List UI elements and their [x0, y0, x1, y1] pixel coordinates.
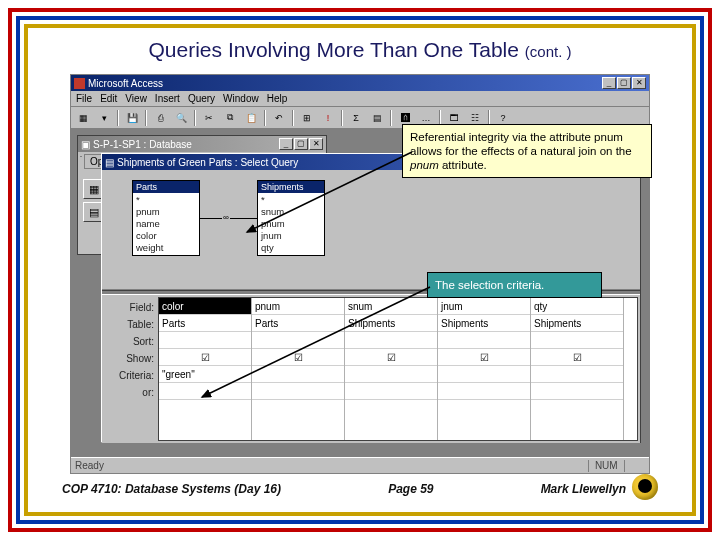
parts-field[interactable]: color — [136, 230, 196, 242]
query-title: Shipments of Green Parts : Select Query — [117, 157, 298, 168]
qbe-table-cell[interactable]: Shipments — [531, 315, 623, 332]
callout-text: Referential integrity via the attribute … — [410, 131, 632, 157]
undo-icon[interactable]: ↶ — [270, 109, 288, 127]
qbe-or-cell[interactable] — [159, 383, 251, 400]
qbe-sort-cell[interactable] — [252, 332, 344, 349]
qbe-criteria-cell[interactable]: "green" — [159, 366, 251, 383]
join-line[interactable]: ∞ — [200, 214, 257, 224]
shipments-field[interactable]: * — [261, 194, 321, 206]
qbe-criteria-cell[interactable] — [438, 366, 530, 383]
qbe-criteria-cell[interactable] — [345, 366, 437, 383]
row-label-field: Field: — [106, 299, 154, 316]
menu-window[interactable]: Window — [223, 93, 259, 104]
qbe-or-cell[interactable] — [438, 383, 530, 400]
qbe-criteria-cell[interactable] — [531, 366, 623, 383]
shipments-field[interactable]: pnum — [261, 218, 321, 230]
menu-file[interactable]: File — [76, 93, 92, 104]
callout-selection-text: The selection criteria. — [435, 279, 544, 291]
toolbar-dropdown-icon[interactable]: ▾ — [95, 109, 113, 127]
menu-view[interactable]: View — [125, 93, 147, 104]
row-label-table: Table: — [106, 316, 154, 333]
qbe-table-cell[interactable]: Parts — [252, 315, 344, 332]
menu-help[interactable]: Help — [267, 93, 288, 104]
qbe-or-cell[interactable] — [252, 383, 344, 400]
menu-insert[interactable]: Insert — [155, 93, 180, 104]
preview-icon[interactable]: 🔍 — [172, 109, 190, 127]
qbe-column[interactable]: snumShipments☑ — [345, 298, 438, 440]
field-list-parts-header: Parts — [133, 181, 199, 193]
qbe-field-cell[interactable]: color — [159, 298, 251, 315]
qbe-table-cell[interactable]: Shipments — [438, 315, 530, 332]
app-title: Microsoft Access — [88, 78, 163, 89]
qbe-field-cell[interactable]: jnum — [438, 298, 530, 315]
qbe-sort-cell[interactable] — [159, 332, 251, 349]
qbe-criteria-cell[interactable] — [252, 366, 344, 383]
callout-selection: The selection criteria. — [427, 272, 602, 298]
shipments-field[interactable]: qty — [261, 242, 321, 254]
qbe-show-checkbox[interactable]: ☑ — [159, 349, 251, 366]
qbe-row-labels: Field: Table: Sort: Show: Criteria: or: — [102, 295, 158, 443]
menu-query[interactable]: Query — [188, 93, 215, 104]
cut-icon[interactable]: ✂ — [200, 109, 218, 127]
slide-title-main: Queries Involving More Than One Table — [149, 38, 525, 61]
close-button[interactable]: ✕ — [632, 77, 646, 89]
db-title: S-P-1-SP1 : Database — [93, 139, 192, 150]
qbe-or-cell[interactable] — [531, 383, 623, 400]
qbe-field-cell[interactable]: pnum — [252, 298, 344, 315]
run-icon[interactable]: ! — [319, 109, 337, 127]
maximize-button[interactable]: ▢ — [617, 77, 631, 89]
query-design-window: ▤ Shipments of Green Parts : Select Quer… — [101, 153, 641, 443]
qbe-column[interactable]: jnumShipments☑ — [438, 298, 531, 440]
toolbar-view-icon[interactable]: ▦ — [74, 109, 92, 127]
print-icon[interactable]: ⎙ — [151, 109, 169, 127]
parts-field[interactable]: name — [136, 218, 196, 230]
qbe-columns: colorParts☑"green"pnumParts☑snumShipment… — [158, 297, 638, 441]
copy-icon[interactable]: ⧉ — [221, 109, 239, 127]
paste-icon[interactable]: 📋 — [242, 109, 260, 127]
db-close-button[interactable]: ✕ — [309, 138, 323, 150]
qbe-sort-cell[interactable] — [345, 332, 437, 349]
qbe-field-cell[interactable]: snum — [345, 298, 437, 315]
qbe-sort-cell[interactable] — [531, 332, 623, 349]
qbe-column[interactable]: colorParts☑"green" — [159, 298, 252, 440]
slide-title-cont: (cont. ) — [525, 43, 572, 60]
qbe-column[interactable]: qtyShipments☑ — [531, 298, 624, 440]
status-left: Ready — [75, 460, 104, 471]
db-min-button[interactable]: _ — [279, 138, 293, 150]
shipments-field[interactable]: jnum — [261, 230, 321, 242]
footer-center: Page 59 — [388, 482, 433, 496]
callout-text-end: attribute. — [439, 159, 487, 171]
slide-title: Queries Involving More Than One Table (c… — [32, 38, 688, 62]
field-list-shipments[interactable]: Shipments * snum pnum jnum qty — [257, 180, 325, 256]
qbe-table-cell[interactable]: Parts — [159, 315, 251, 332]
show-table-icon[interactable]: ▤ — [368, 109, 386, 127]
parts-field[interactable]: pnum — [136, 206, 196, 218]
parts-field[interactable]: weight — [136, 242, 196, 254]
qbe-table-cell[interactable]: Shipments — [345, 315, 437, 332]
qbe-field-cell[interactable]: qty — [531, 298, 623, 315]
access-app-icon — [74, 78, 85, 89]
field-list-parts[interactable]: Parts * pnum name color weight — [132, 180, 200, 256]
qbe-show-checkbox[interactable]: ☑ — [531, 349, 623, 366]
app-titlebar: Microsoft Access _ ▢ ✕ — [71, 75, 649, 91]
row-label-show: Show: — [106, 350, 154, 367]
qbe-show-checkbox[interactable]: ☑ — [438, 349, 530, 366]
query-type-icon[interactable]: ⊞ — [298, 109, 316, 127]
qbe-column[interactable]: pnumParts☑ — [252, 298, 345, 440]
footer-right: Mark Llewellyn — [541, 482, 626, 496]
parts-field[interactable]: * — [136, 194, 196, 206]
qbe-or-cell[interactable] — [345, 383, 437, 400]
totals-icon[interactable]: Σ — [347, 109, 365, 127]
db-titlebar: ▣ S-P-1-SP1 : Database _ ▢ ✕ — [78, 136, 326, 152]
qbe-sort-cell[interactable] — [438, 332, 530, 349]
qbe-show-checkbox[interactable]: ☑ — [345, 349, 437, 366]
menu-edit[interactable]: Edit — [100, 93, 117, 104]
db-max-button[interactable]: ▢ — [294, 138, 308, 150]
minimize-button[interactable]: _ — [602, 77, 616, 89]
row-label-or: or: — [106, 384, 154, 401]
save-icon[interactable]: 💾 — [123, 109, 141, 127]
qbe-show-checkbox[interactable]: ☑ — [252, 349, 344, 366]
qbe-grid: Field: Table: Sort: Show: Criteria: or: … — [102, 295, 640, 443]
slide-footer: COP 4710: Database Systems (Day 16) Page… — [62, 482, 658, 496]
shipments-field[interactable]: snum — [261, 206, 321, 218]
